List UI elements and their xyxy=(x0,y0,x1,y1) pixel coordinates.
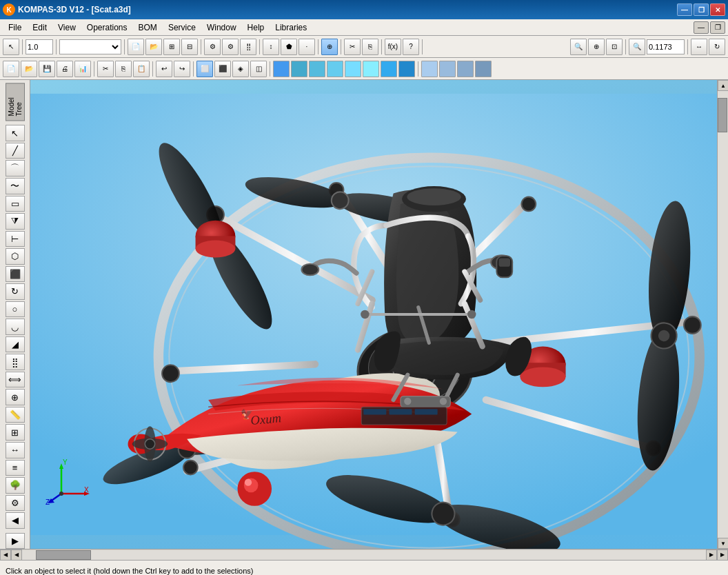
zoom-icon-btn[interactable]: 🔍 xyxy=(629,39,645,55)
axis-btn[interactable]: ↕ xyxy=(263,39,279,55)
sidebar-revolve-btn[interactable]: ↻ xyxy=(6,283,25,300)
sidebar-fillet-btn[interactable]: ◡ xyxy=(6,319,25,335)
constraint-btn[interactable]: ⚙ xyxy=(204,39,221,55)
sidebar-array-btn[interactable]: ⣿ xyxy=(6,354,25,370)
scroll-left-btn[interactable]: ◀ xyxy=(0,549,11,561)
cut2-btn[interactable]: ✂ xyxy=(97,61,114,77)
print2-btn[interactable]: 🖨 xyxy=(57,61,73,77)
sidebar-line-btn[interactable]: ╱ xyxy=(6,143,25,159)
color6-btn[interactable] xyxy=(363,61,379,77)
shade-btn[interactable]: ⬛ xyxy=(214,61,231,77)
sidebar-rect-btn[interactable]: ▭ xyxy=(6,196,25,212)
scan2-btn[interactable]: 📊 xyxy=(74,61,91,77)
sidebar-unknown-btn[interactable]: ⚙ xyxy=(6,495,25,512)
zoom-in-btn[interactable]: ⊕ xyxy=(588,39,605,55)
color3-btn[interactable] xyxy=(309,61,325,77)
material4-btn[interactable] xyxy=(475,61,492,77)
cut-btn[interactable]: ✂ xyxy=(344,39,361,55)
sidebar-pointer-btn[interactable]: ↖ xyxy=(6,125,25,141)
menu-service[interactable]: Service xyxy=(163,21,201,34)
sidebar-sketch3d-btn[interactable]: ⬡ xyxy=(6,248,25,265)
plane-btn[interactable]: ⬟ xyxy=(281,39,297,55)
model-tree-tab[interactable]: Model Tree xyxy=(6,83,25,121)
sidebar-hole-btn[interactable]: ○ xyxy=(6,301,25,318)
material1-btn[interactable] xyxy=(421,61,438,77)
color7-btn[interactable] xyxy=(381,61,397,77)
restore-button[interactable]: ❐ xyxy=(694,3,709,16)
sidebar-param-btn[interactable]: ≡ xyxy=(6,460,25,476)
scroll-thumb-h[interactable] xyxy=(36,550,91,560)
menu-view[interactable]: View xyxy=(52,21,81,34)
menu-help[interactable]: Help xyxy=(242,21,270,34)
new2-btn[interactable]: 📄 xyxy=(3,61,19,77)
zoom-value-input[interactable] xyxy=(647,39,685,54)
open-file-btn[interactable]: 📂 xyxy=(145,39,162,55)
scroll-right2-btn[interactable]: ▶ xyxy=(717,549,728,561)
sidebar-chamfer-btn[interactable]: ◢ xyxy=(6,336,25,353)
menu-window[interactable]: Window xyxy=(201,21,242,34)
sidebar-dim-btn[interactable]: ⊢ xyxy=(6,231,25,248)
tb-separator-7 xyxy=(341,39,341,54)
sidebar-measure-btn[interactable]: 📏 xyxy=(6,407,25,423)
sidebar-arc-btn[interactable]: ⌒ xyxy=(6,160,25,176)
view-combo[interactable] xyxy=(59,39,121,54)
material2-btn[interactable] xyxy=(439,61,456,77)
menu-operations[interactable]: Operations xyxy=(81,21,133,34)
coord-btn[interactable]: ⊞ xyxy=(163,39,180,55)
inner-restore[interactable]: ❐ xyxy=(710,21,725,34)
scroll-left2-btn[interactable]: ◀ xyxy=(11,549,22,561)
wireframe-btn[interactable]: ⬜ xyxy=(196,61,213,77)
orbit-btn[interactable]: ↻ xyxy=(709,39,725,55)
new-file-btn[interactable]: 📄 xyxy=(128,39,144,55)
sidebar-mirror-btn[interactable]: ⟺ xyxy=(6,372,25,388)
paste2-btn[interactable]: 📋 xyxy=(133,61,150,77)
open2-btn[interactable]: 📂 xyxy=(21,61,37,77)
pan-btn[interactable]: ↔ xyxy=(691,39,707,55)
sidebar-tree-btn[interactable]: 🌳 xyxy=(6,477,25,494)
color8-btn[interactable] xyxy=(398,61,415,77)
sidebar-move-btn[interactable]: ↔ xyxy=(6,442,25,458)
copy2-btn[interactable]: ⎘ xyxy=(115,61,132,77)
scroll-right-btn[interactable]: ▶ xyxy=(706,549,717,561)
sidebar-filter-btn[interactable]: ⧩ xyxy=(6,213,25,230)
scroll-up-btn[interactable]: ▲ xyxy=(718,80,728,91)
undo2-btn[interactable]: ↩ xyxy=(156,61,172,77)
vertical-scrollbar[interactable]: ▲ ▼ xyxy=(717,80,728,549)
menu-edit[interactable]: Edit xyxy=(27,21,52,34)
redo2-btn[interactable]: ↪ xyxy=(174,61,190,77)
color5-btn[interactable] xyxy=(345,61,361,77)
menu-file[interactable]: File xyxy=(3,21,27,34)
constraint2-btn[interactable]: ⚙ xyxy=(222,39,239,55)
sidebar-expand-btn[interactable]: ▶ xyxy=(6,533,25,549)
zoom-fit-btn[interactable]: ⊡ xyxy=(606,39,623,55)
select-tool-btn[interactable]: ↖ xyxy=(3,39,19,55)
menu-bom[interactable]: BOM xyxy=(133,21,163,34)
color1-btn[interactable] xyxy=(273,61,290,77)
color2-btn[interactable] xyxy=(291,61,307,77)
point-btn[interactable]: · xyxy=(299,39,315,55)
pattern-btn[interactable]: ⣿ xyxy=(240,39,256,55)
copy-btn[interactable]: ⎘ xyxy=(362,39,378,55)
sidebar-boolean-btn[interactable]: ⊕ xyxy=(6,389,25,405)
sidebar-spline-btn[interactable]: 〜 xyxy=(6,178,25,194)
close-button[interactable]: ✕ xyxy=(710,3,725,16)
orient-btn[interactable]: ⊟ xyxy=(181,39,198,55)
view3d-btn[interactable]: ⊕ xyxy=(321,39,338,55)
inner-minimize[interactable]: — xyxy=(694,21,709,34)
hidden-btn[interactable]: ◫ xyxy=(250,61,267,77)
help-btn[interactable]: ? xyxy=(403,39,419,55)
color4-btn[interactable] xyxy=(327,61,343,77)
minimize-button[interactable]: — xyxy=(677,3,692,16)
menu-libraries[interactable]: Libraries xyxy=(270,21,312,34)
shade-edge-btn[interactable]: ◈ xyxy=(232,61,249,77)
zoom-input[interactable] xyxy=(26,39,53,54)
save2-btn[interactable]: 💾 xyxy=(39,61,55,77)
scroll-thumb-v[interactable] xyxy=(718,98,727,132)
sidebar-extrude-btn[interactable]: ⬛ xyxy=(6,266,25,283)
sidebar-collapse-btn[interactable]: ◀ xyxy=(6,512,25,529)
material3-btn[interactable] xyxy=(457,61,474,77)
zoom-area-btn[interactable]: 🔍 xyxy=(570,39,587,55)
sidebar-coord-btn[interactable]: ⊞ xyxy=(6,424,25,441)
scroll-down-btn[interactable]: ▼ xyxy=(718,538,728,549)
formula-btn[interactable]: f(x) xyxy=(385,39,401,55)
